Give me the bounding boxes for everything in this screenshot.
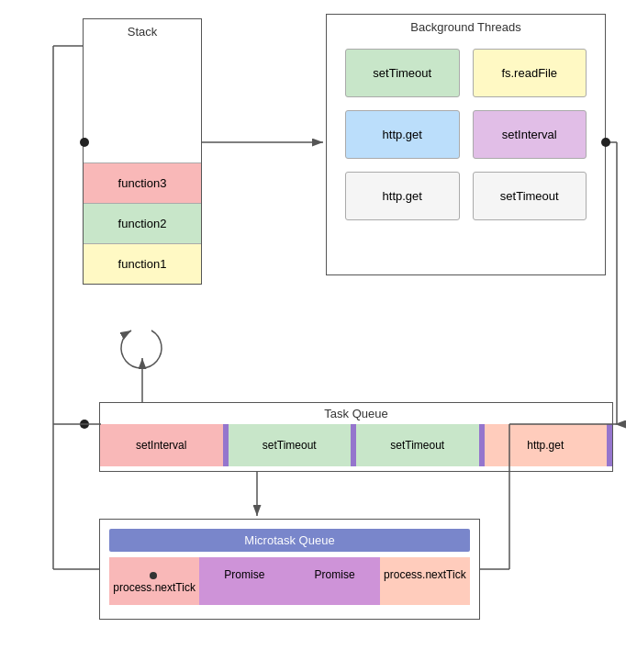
background-threads-grid: setTimeout fs.readFile http.get setInter… (327, 39, 605, 230)
stack-box: Stack function3 function2 function1 (83, 18, 202, 285)
loop-arrow (121, 330, 162, 368)
task-item-settimeout1: setTimeout (229, 424, 352, 466)
stack-item-function3: function3 (84, 162, 201, 203)
dot-task-left (80, 420, 89, 429)
task-queue-title: Task Queue (100, 403, 612, 424)
microtask-queue-box: Microtask Queue process.nextTick Promise… (99, 519, 480, 620)
task-divider-4 (607, 424, 612, 466)
microtask-queue-title: Microtask Queue (109, 529, 470, 552)
micro-item-processnexttick1: process.nextTick (109, 557, 199, 605)
task-queue-items: setInterval setTimeout setTimeout http.g… (100, 424, 612, 466)
micro-item-processnexttick2: process.nextTick (380, 557, 470, 605)
stack-item-function2: function2 (84, 203, 201, 243)
bg-item-settimeout2: setTimeout (473, 172, 587, 220)
bg-item-fsreadfile: fs.readFile (473, 49, 587, 97)
microtask-queue-items: process.nextTick Promise Promise process… (100, 557, 479, 605)
task-item-httpget: http.get (485, 424, 608, 466)
micro-item-promise2: Promise (290, 557, 380, 605)
bg-item-httpget2: http.get (345, 172, 460, 220)
background-threads-title: Background Threads (327, 15, 605, 39)
diagram-container: Stack function3 function2 function1 Back… (0, 0, 637, 672)
task-queue-box: Task Queue setInterval setTimeout setTim… (99, 402, 613, 472)
micro-dot-1 (150, 572, 157, 579)
task-item-settimeout2: setTimeout (356, 424, 479, 466)
bg-item-httpget1: http.get (345, 110, 460, 159)
bg-item-setinterval: setInterval (473, 110, 587, 159)
bg-item-settimeout1: setTimeout (345, 49, 460, 97)
background-threads-box: Background Threads setTimeout fs.readFil… (326, 14, 606, 275)
task-item-setinterval: setInterval (100, 424, 223, 466)
stack-item-function1: function1 (84, 243, 201, 284)
stack-title: Stack (84, 19, 201, 42)
micro-item-promise1: Promise (199, 557, 289, 605)
stack-items: function3 function2 function1 (84, 162, 201, 284)
